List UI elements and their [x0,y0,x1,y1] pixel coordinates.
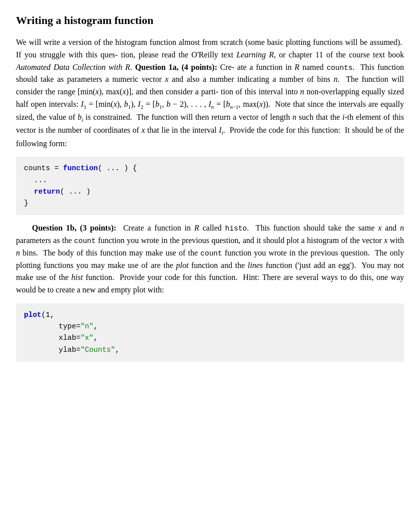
code-line-4: } [24,198,396,209]
page-title: Writing a histogram function [16,12,404,28]
code-line-1: counts = function( ... ) { [24,163,396,174]
code-line-2: ... [24,175,396,186]
type-string: "n" [80,322,93,330]
code-block-2: plot(1, type="n", xlab="x", ylab="Counts… [16,303,404,362]
code-counts-var: counts [24,164,50,172]
ylab-string: "Counts" [80,346,115,354]
plot-keyword: plot [24,311,41,319]
xlab-string: "x" [80,334,93,342]
function-keyword-1: function [63,164,98,172]
code-block-1: counts = function( ... ) { ... return( .… [16,157,404,215]
code-line-3: return( ... ) [24,186,396,198]
return-keyword: return [34,188,60,196]
code-ylab-line: ylab="Counts", [24,344,396,356]
intro-paragraph: We will write a version of the histogram… [16,36,404,150]
code-plot-line: plot(1, [24,309,396,321]
code-type-line: type="n", [24,321,396,332]
q1b-paragraph: Question 1b, (3 points): Create a functi… [16,222,404,296]
code-xlab-line: xlab="x", [24,332,396,344]
